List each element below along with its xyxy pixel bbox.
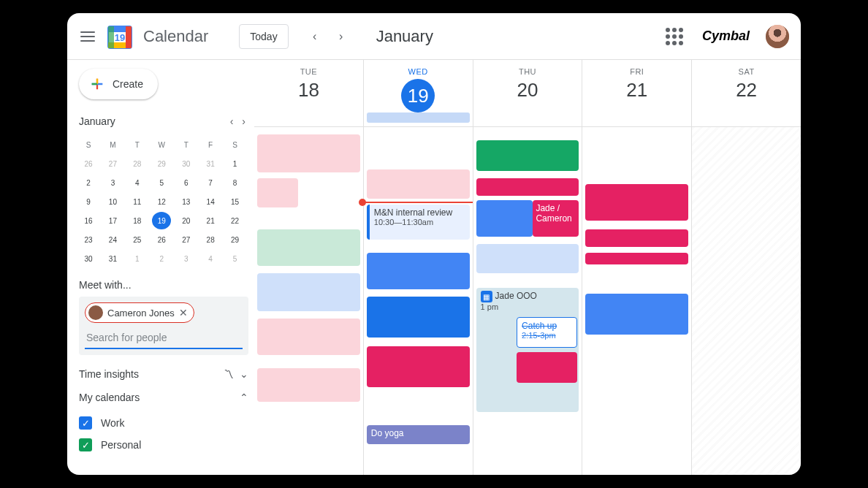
time-insights-toggle[interactable]: Time insights 〽⌄ bbox=[79, 362, 248, 386]
mini-cal-day[interactable]: 20 bbox=[177, 212, 196, 229]
mini-cal-day[interactable]: 21 bbox=[201, 212, 220, 229]
mini-cal-day[interactable]: 8 bbox=[226, 174, 245, 191]
mini-cal-day[interactable]: 26 bbox=[152, 231, 171, 248]
mini-cal-day[interactable]: 13 bbox=[177, 193, 196, 210]
mini-cal-day[interactable]: 2 bbox=[152, 250, 171, 267]
mini-cal-day[interactable]: 11 bbox=[128, 193, 147, 210]
calendar-event[interactable] bbox=[476, 200, 533, 237]
calendar-event[interactable] bbox=[585, 229, 688, 247]
mini-cal-day[interactable]: 23 bbox=[79, 231, 98, 248]
calendar-event[interactable] bbox=[367, 346, 470, 387]
prev-period-button[interactable]: ‹ bbox=[303, 25, 327, 48]
mini-cal-next-button[interactable]: › bbox=[239, 113, 248, 130]
calendar-event[interactable] bbox=[476, 140, 579, 171]
mini-cal-day[interactable]: 1 bbox=[226, 155, 245, 172]
day-number: 20 bbox=[473, 79, 582, 102]
mini-cal-day[interactable]: 31 bbox=[201, 155, 220, 172]
calendar-event[interactable] bbox=[257, 319, 360, 355]
google-apps-icon[interactable] bbox=[666, 28, 683, 45]
calendar-event[interactable] bbox=[517, 352, 577, 383]
mini-cal-day[interactable]: 1 bbox=[128, 250, 147, 267]
mini-cal-day[interactable]: 14 bbox=[201, 193, 220, 210]
calendar-event[interactable] bbox=[257, 229, 360, 266]
mini-cal-prev-button[interactable]: ‹ bbox=[227, 113, 237, 130]
day-column-thu[interactable]: Jade / Cameron ▦Jade OOO 1 pm Catch up 2… bbox=[473, 127, 582, 475]
person-chip[interactable]: Cameron Jones ✕ bbox=[85, 302, 194, 323]
mini-cal-day[interactable]: 27 bbox=[103, 155, 122, 172]
mini-cal-day[interactable]: 3 bbox=[103, 174, 122, 191]
calendar-event[interactable] bbox=[257, 368, 360, 402]
mini-cal-day[interactable]: 12 bbox=[152, 193, 171, 210]
non-working-hatch bbox=[692, 127, 801, 475]
calendar-event[interactable] bbox=[476, 178, 579, 196]
calendar-list-item[interactable]: ✓Personal bbox=[79, 434, 248, 456]
calendar-event[interactable] bbox=[367, 297, 470, 338]
mini-cal-day[interactable]: 4 bbox=[128, 174, 147, 191]
mini-cal-day[interactable]: 29 bbox=[152, 155, 171, 172]
mini-cal-day[interactable]: 9 bbox=[79, 193, 98, 210]
mini-cal-day[interactable]: 28 bbox=[128, 155, 147, 172]
mini-cal-day[interactable]: 29 bbox=[226, 231, 245, 248]
day-column-fri[interactable] bbox=[582, 127, 691, 475]
calendar-checkbox[interactable]: ✓ bbox=[79, 416, 92, 430]
calendar-event-yoga[interactable]: Do yoga bbox=[367, 425, 470, 444]
calendar-event[interactable] bbox=[476, 244, 579, 273]
calendar-list-item[interactable]: ✓Work bbox=[79, 412, 248, 434]
today-button[interactable]: Today bbox=[239, 24, 288, 49]
day-number: 22 bbox=[692, 79, 801, 102]
calendar-event[interactable] bbox=[585, 253, 688, 264]
calendar-event-ooo[interactable]: ▦Jade OOO 1 pm bbox=[476, 288, 579, 412]
calendar-event-catchup[interactable]: Catch up 2:15-3pm bbox=[517, 317, 577, 348]
mini-cal-day[interactable]: 16 bbox=[79, 212, 98, 229]
mini-cal-day[interactable]: 4 bbox=[201, 250, 220, 267]
my-calendars-toggle[interactable]: My calendars ⌃ bbox=[79, 386, 248, 409]
person-chip-label: Cameron Jones bbox=[107, 308, 175, 319]
mini-cal-day[interactable]: 5 bbox=[152, 174, 171, 191]
mini-cal-day[interactable]: 6 bbox=[177, 174, 196, 191]
day-column-tue[interactable] bbox=[254, 127, 363, 475]
mini-cal-day[interactable]: 17 bbox=[103, 212, 122, 229]
calendar-event[interactable] bbox=[257, 178, 298, 207]
workspace-brand-logo: Cymbal bbox=[702, 28, 750, 44]
plus-icon bbox=[89, 76, 105, 92]
mini-cal-day[interactable]: 31 bbox=[103, 250, 122, 267]
next-period-button[interactable]: › bbox=[330, 25, 353, 48]
mini-cal-day[interactable]: 28 bbox=[201, 231, 220, 248]
day-column-sat[interactable] bbox=[691, 127, 801, 475]
mini-cal-day[interactable]: 5 bbox=[226, 250, 245, 267]
account-avatar[interactable] bbox=[766, 25, 789, 48]
mini-cal-day[interactable]: 27 bbox=[177, 231, 196, 248]
mini-cal-day[interactable]: 15 bbox=[226, 193, 245, 210]
calendar-event[interactable] bbox=[257, 134, 360, 172]
hamburger-menu-icon[interactable] bbox=[79, 28, 96, 45]
calendar-event[interactable] bbox=[367, 169, 470, 199]
calendar-event-jade-cameron[interactable]: Jade / Cameron bbox=[533, 200, 579, 237]
mini-cal-dow: W bbox=[152, 136, 171, 153]
mini-cal-day[interactable]: 18 bbox=[128, 212, 147, 229]
day-column-wed[interactable]: M&N internal review 10:30—11:30am Do yog… bbox=[363, 127, 473, 475]
mini-cal-day[interactable]: 10 bbox=[103, 193, 122, 210]
chip-remove-icon[interactable]: ✕ bbox=[179, 307, 188, 319]
mini-cal-day[interactable]: 25 bbox=[128, 231, 147, 248]
allday-event[interactable] bbox=[367, 113, 471, 123]
calendar-checkbox[interactable]: ✓ bbox=[79, 438, 92, 451]
calendar-event-review[interactable]: M&N internal review 10:30—11:30am bbox=[367, 205, 470, 240]
ooo-icon: ▦ bbox=[481, 291, 492, 302]
calendar-event[interactable] bbox=[585, 184, 688, 221]
create-button[interactable]: Create bbox=[79, 69, 158, 99]
search-people-input[interactable] bbox=[85, 327, 243, 349]
calendar-event[interactable] bbox=[367, 253, 470, 289]
mini-cal-day[interactable]: 3 bbox=[177, 250, 196, 267]
mini-cal-day[interactable]: 24 bbox=[103, 231, 122, 248]
mini-cal-dow: M bbox=[103, 136, 122, 153]
calendar-event[interactable] bbox=[257, 273, 360, 311]
mini-cal-day[interactable]: 30 bbox=[79, 250, 98, 267]
day-of-week-label: FRI bbox=[582, 67, 691, 76]
mini-cal-day[interactable]: 26 bbox=[79, 155, 98, 172]
calendar-event[interactable] bbox=[585, 294, 688, 335]
mini-cal-day[interactable]: 7 bbox=[201, 174, 220, 191]
mini-cal-day[interactable]: 19 bbox=[152, 212, 171, 229]
mini-cal-day[interactable]: 30 bbox=[177, 155, 196, 172]
mini-cal-day[interactable]: 2 bbox=[79, 174, 98, 191]
mini-cal-day[interactable]: 22 bbox=[226, 212, 245, 229]
